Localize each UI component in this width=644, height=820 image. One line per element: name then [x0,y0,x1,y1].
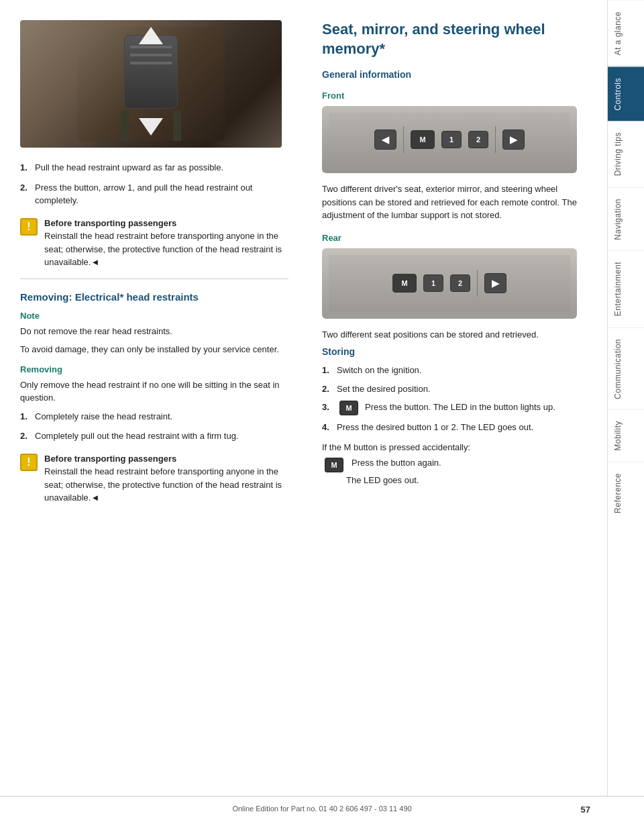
initial-steps-list: 1. Pull the head restraint upward as far… [20,161,288,207]
storing-step-1-text: Switch on the ignition. [337,364,421,377]
front-panel-image: ◀ M 1 2 ▶ [322,106,577,173]
rear-btn-2: 2 [450,274,470,292]
storing-step-3-num: 3. [322,401,333,414]
sidebar-item-entertainment[interactable]: Entertainment [608,250,644,327]
warning-title-2: Before transporting passengers [44,454,176,464]
general-info-heading: General information [322,69,594,80]
storing-step-4-num: 4. [322,421,333,434]
step-2-num: 2. [20,181,31,207]
divider-1 [20,278,288,279]
rear-panel-image: M 1 2 ▶ [322,248,577,319]
storing-step-3-text: Press the button. The LED in the button … [365,401,555,414]
storing-step-2-text: Set the desired position. [337,382,430,396]
note-text-1: Do not remove the rear head restraints. [20,325,288,338]
storing-steps-list: 1. Switch on the ignition. 2. Set the de… [322,364,594,434]
warning-icon-1: ! [20,218,38,236]
rear-divider-1 [477,270,478,297]
storing-step-3: 3. M Press the button. The LED in the bu… [322,401,594,415]
storing-step-1: 1. Switch on the ignition. [322,364,594,377]
sidebar-item-navigation[interactable]: Navigation [608,187,644,251]
storing-step-2-num: 2. [322,382,333,396]
if-step-2-text: The LED goes out. [346,475,419,485]
rear-btn-m: M [392,274,417,293]
footer-text: Online Edition for Part no. 01 40 2 606 … [232,805,411,813]
removing-step-2: 2. Completely pull out the head restrain… [20,429,288,443]
page-footer: Online Edition for Part no. 01 40 2 606 … [0,796,644,820]
sidebar-item-mobility[interactable]: Mobility [608,409,644,462]
removing-electrical-heading: Removing: Electrical* head restraints [20,291,288,303]
front-btn-right-arrow: ▶ [502,130,525,150]
front-btn-left-arrow: ◀ [374,130,396,150]
if-m-button: M [325,458,343,472]
sidebar-item-at-a-glance[interactable]: At a glance [608,0,644,66]
sidebar-item-driving-tips[interactable]: Driving tips [608,121,644,187]
storing-step-4-text: Press the desired button 1 or 2. The LED… [337,421,533,434]
step-1-text: Pull the head restraint upward as far as… [35,161,223,174]
warning-title-1: Before transporting passengers [44,218,176,228]
storing-step-1-num: 1. [322,364,333,377]
step-2: 2. Press the button, arrow 1, and pull t… [20,181,288,207]
front-btn-2: 2 [468,131,488,148]
rear-description: Two different seat positions can be stor… [322,328,594,342]
left-content: 1. Pull the head restraint upward as far… [0,0,309,820]
warning-text-1: Before transporting passengers Reinstall… [44,217,288,269]
removing-step-1-num: 1. [20,410,31,423]
warning-box-1: ! Before transporting passengers Reinsta… [20,217,288,269]
sidebar-item-controls[interactable]: Controls [608,66,644,121]
removing-step-2-num: 2. [20,429,31,443]
removing-step-1: 1. Completely raise the head restraint. [20,410,288,423]
if-condition: If the M button is pressed accidentally: [322,441,594,454]
rear-btn-right-arrow: ▶ [484,273,506,293]
removing-step-1-text: Completely raise the head restraint. [35,410,172,423]
removing-text: Only remove the head restraint if no one… [20,378,288,405]
head-restraint-image [20,20,282,148]
front-description: Two different driver's seat, exterior mi… [322,183,594,222]
front-btn-1: 1 [441,131,462,148]
if-section: If the M button is pressed accidentally:… [322,441,594,486]
rear-btn-1: 1 [423,274,443,292]
warning-body-1: Reinstall the head restraint before tran… [44,231,282,267]
right-content: Seat, mirror, and steering wheel memory*… [309,0,607,820]
sidebar: At a glance Controls Driving tips Naviga… [607,0,644,820]
removing-heading: Removing [20,364,288,374]
warning-icon-2: ! [20,454,38,471]
storing-step-4: 4. Press the desired button 1 or 2. The … [322,421,594,434]
warning-text-2: Before transporting passengers Reinstall… [44,452,288,505]
front-divider-2 [495,126,496,153]
step-1: 1. Pull the head restraint upward as far… [20,161,288,174]
sidebar-item-communication[interactable]: Communication [608,327,644,410]
note-text-2: To avoid damage, they can only be instal… [20,343,288,356]
if-step-2: The LED goes out. [346,475,594,485]
removing-step-2-text: Completely pull out the head restraint w… [35,429,238,443]
sidebar-item-reference[interactable]: Reference [608,462,644,524]
storing-heading: Storing [322,346,594,357]
rear-heading: Rear [322,233,594,243]
removing-steps-list: 1. Completely raise the head restraint. … [20,410,288,443]
front-heading: Front [322,91,594,101]
front-btn-m: M [411,130,435,149]
if-step-1: M Press the button again. [322,458,594,472]
page-title: Seat, mirror, and steering wheel memory* [322,20,594,58]
front-panel-inner: ◀ M 1 2 ▶ [329,113,570,166]
note-heading: Note [20,311,288,321]
front-divider-1 [403,126,404,153]
rear-panel-inner: M 1 2 ▶ [329,255,570,312]
warning-body-2: Reinstall the head restraint before tran… [44,466,282,503]
step-2-text: Press the button, arrow 1, and pull the … [35,181,288,207]
storing-step-2: 2. Set the desired position. [322,382,594,396]
if-step-1-text: Press the button again. [352,458,441,468]
warning-box-2: ! Before transporting passengers Reinsta… [20,452,288,505]
storing-m-button: M [339,401,358,415]
step-1-num: 1. [20,161,31,174]
page-number: 57 [581,805,590,815]
